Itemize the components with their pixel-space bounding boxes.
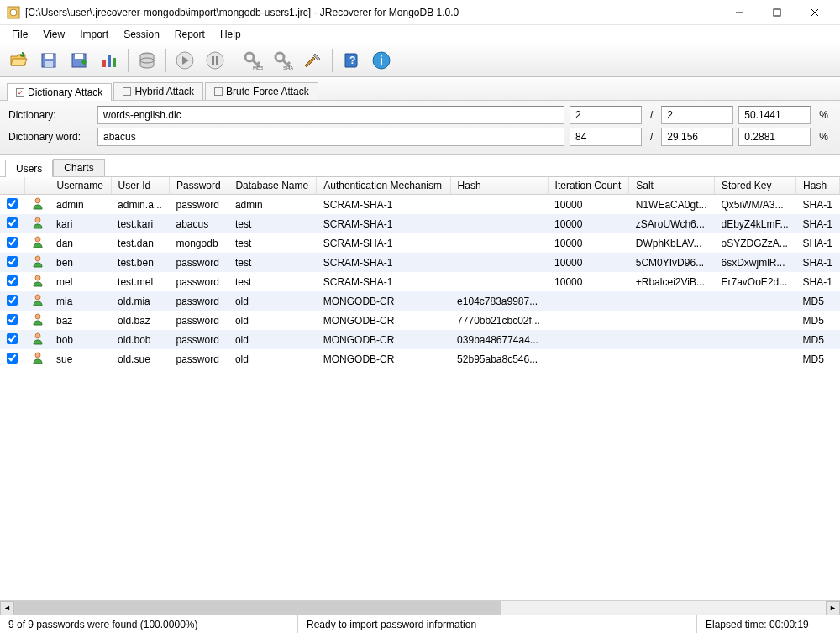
status-right: Elapsed time: 00:00:19	[697, 615, 840, 633]
cell-db: old	[228, 330, 317, 349]
row-checkbox[interactable]	[0, 349, 24, 369]
scroll-thumb[interactable]	[14, 601, 501, 615]
svg-text:i: i	[380, 54, 383, 67]
tools-button[interactable]	[300, 47, 327, 74]
key-sha-button[interactable]: SHA1	[270, 47, 297, 74]
scroll-track[interactable]	[14, 601, 826, 615]
horizontal-scrollbar[interactable]: ◄ ►	[0, 600, 840, 615]
column-header[interactable]	[24, 177, 50, 195]
word-total[interactable]: 29,156	[661, 128, 733, 146]
menu-session[interactable]: Session	[117, 27, 166, 42]
column-header[interactable]: Hash	[450, 177, 548, 195]
cell-username: bob	[50, 330, 111, 349]
cell-auth: MONGODB-CR	[317, 330, 450, 349]
row-checkbox[interactable]	[0, 272, 24, 291]
table-row[interactable]: bazold.bazpasswordoldMONGODB-CR7770bb21c…	[0, 311, 840, 330]
statusbar: 9 of 9 passwords were found (100.0000%) …	[0, 615, 840, 633]
import-button[interactable]	[66, 47, 92, 74]
menu-report[interactable]: Report	[168, 27, 212, 42]
column-header[interactable]: User Id	[111, 177, 169, 195]
cell-iter	[548, 311, 629, 330]
percent-sign: %	[816, 131, 832, 143]
column-header[interactable]: Hash	[796, 177, 840, 195]
db-button[interactable]	[134, 47, 160, 74]
row-checkbox[interactable]	[0, 291, 24, 311]
minimize-button[interactable]	[720, 1, 758, 24]
table-row[interactable]: sueold.suepasswordoldMONGODB-CR52b95aba8…	[0, 349, 840, 369]
row-checkbox[interactable]	[0, 253, 24, 272]
tab-label: Dictionary Attack	[28, 86, 102, 98]
row-checkbox[interactable]	[0, 195, 24, 215]
word-label: Dictionary word:	[8, 131, 92, 143]
column-header[interactable]: Salt	[629, 177, 715, 195]
svg-rect-7	[45, 54, 53, 59]
column-header[interactable]: Password	[170, 177, 228, 195]
close-button[interactable]	[795, 1, 833, 24]
table-row[interactable]: miaold.miapasswordoldMONGODB-CRe104c783a…	[0, 291, 840, 311]
menu-file[interactable]: File	[5, 27, 34, 42]
tab-charts[interactable]: Charts	[53, 159, 104, 176]
svg-point-32	[35, 295, 40, 300]
dictionary-total[interactable]: 2	[661, 106, 733, 124]
dictionary-field[interactable]: words-english.dic	[97, 106, 564, 124]
toolbar: MD5 SHA1 ? i	[0, 44, 840, 77]
dictionary-current[interactable]: 2	[570, 106, 642, 124]
cell-stored: 6sxDxwjmlR...	[715, 253, 796, 272]
word-percent[interactable]: 0.2881	[738, 128, 811, 146]
tab-hybrid-attack[interactable]: Hybrid Attack	[113, 82, 203, 100]
menu-import[interactable]: Import	[73, 27, 115, 42]
cell-db: admin	[228, 195, 317, 215]
cell-hash	[450, 253, 548, 272]
word-field[interactable]: abacus	[97, 128, 564, 146]
cell-db: old	[228, 291, 317, 311]
column-header[interactable]: Authentication Mechanism	[317, 177, 450, 195]
menu-help[interactable]: Help	[213, 27, 248, 42]
cell-stored	[715, 349, 796, 369]
scroll-left-button[interactable]: ◄	[0, 601, 14, 615]
column-header[interactable]: Iteration Count	[548, 177, 629, 195]
cell-htype: SHA-1	[796, 272, 840, 291]
row-checkbox[interactable]	[0, 330, 24, 349]
cell-salt: DWphKbLAV...	[629, 233, 715, 253]
key-md5-button[interactable]: MD5	[239, 47, 266, 74]
users-table-wrap[interactable]: UsernameUser IdPasswordDatabase NameAuth…	[0, 177, 840, 600]
cell-userid: test.dan	[111, 233, 169, 253]
open-button[interactable]	[5, 47, 32, 74]
info-button[interactable]: i	[368, 47, 395, 74]
cell-username: ben	[50, 253, 111, 272]
column-header[interactable]	[0, 177, 24, 195]
dictionary-percent[interactable]: 50.1441	[738, 106, 811, 124]
cell-hash	[450, 214, 548, 233]
row-checkbox[interactable]	[0, 214, 24, 233]
chart-button[interactable]	[96, 47, 123, 74]
cell-password: password	[170, 291, 228, 311]
scroll-right-button[interactable]: ►	[826, 601, 840, 615]
tab-brute-force-attack[interactable]: Brute Force Attack	[205, 82, 318, 100]
cell-stored: Qx5iWM/A3...	[715, 195, 796, 215]
table-row[interactable]: meltest.melpasswordtestSCRAM-SHA-110000+…	[0, 272, 840, 291]
toolbar-separator	[165, 49, 166, 72]
table-row[interactable]: bentest.benpasswordtestSCRAM-SHA-1100005…	[0, 253, 840, 272]
menu-view[interactable]: View	[36, 27, 71, 42]
table-row[interactable]: karitest.kariabacustestSCRAM-SHA-110000z…	[0, 214, 840, 233]
play-button[interactable]	[171, 47, 198, 74]
column-header[interactable]: Username	[50, 177, 111, 195]
maximize-button[interactable]	[758, 1, 795, 24]
table-row[interactable]: bobold.bobpasswordoldMONGODB-CR039ba4867…	[0, 330, 840, 349]
cell-iter	[548, 291, 629, 311]
tab-dictionary-attack[interactable]: ✓ Dictionary Attack	[7, 83, 112, 101]
row-checkbox[interactable]	[0, 311, 24, 330]
column-header[interactable]: Stored Key	[715, 177, 796, 195]
row-checkbox[interactable]	[0, 233, 24, 253]
cell-userid: old.baz	[111, 311, 169, 330]
svg-point-1	[10, 9, 17, 16]
word-current[interactable]: 84	[570, 128, 642, 146]
column-header[interactable]: Database Name	[228, 177, 317, 195]
help-button[interactable]: ?	[338, 47, 365, 74]
tab-users[interactable]: Users	[5, 160, 53, 177]
pause-button[interactable]	[202, 47, 228, 74]
save-button[interactable]	[35, 47, 62, 74]
table-row[interactable]: adminadmin.a...passwordadminSCRAM-SHA-11…	[0, 195, 840, 215]
table-row[interactable]: dantest.danmongodbtestSCRAM-SHA-110000DW…	[0, 233, 840, 253]
view-tabs: Users Charts	[0, 155, 840, 177]
